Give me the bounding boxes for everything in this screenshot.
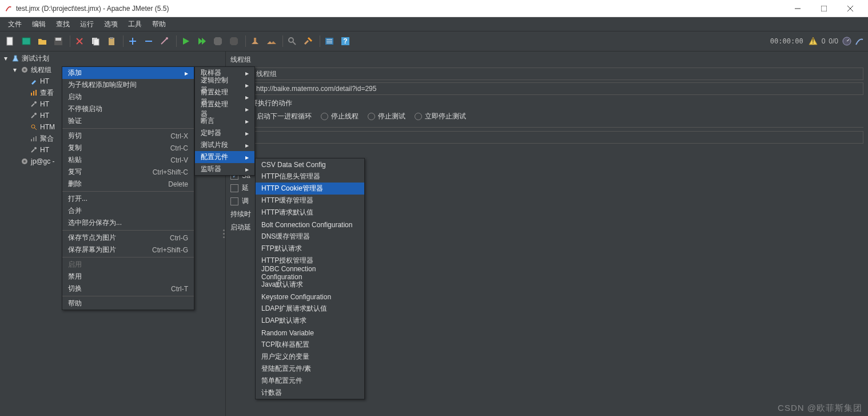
menu-file[interactable]: 文件 xyxy=(3,18,26,30)
ctx-start[interactable]: 启动 xyxy=(62,91,194,103)
delay-checkbox[interactable] xyxy=(230,184,238,192)
cut-button[interactable] xyxy=(73,34,86,48)
tree-root[interactable]: ▾ 测试计划 xyxy=(0,53,222,64)
submenu-item[interactable]: Bolt Connection Configuration xyxy=(256,219,364,231)
templates-button[interactable] xyxy=(19,34,33,48)
svg-rect-39 xyxy=(31,139,32,141)
panel-header: 线程组 xyxy=(230,54,863,65)
ctx-duplicate[interactable]: 复写Ctrl+Shift-C xyxy=(62,166,194,178)
ctx-disable[interactable]: 禁用 xyxy=(62,271,194,283)
menu-edit[interactable]: 编辑 xyxy=(27,18,50,30)
ctx-save-selection[interactable]: 选中部分保存为... xyxy=(62,217,194,229)
ctx-enable[interactable]: 启用 xyxy=(62,259,194,271)
magnifier-icon xyxy=(29,122,38,132)
submenu-item[interactable]: 监听器 xyxy=(195,163,254,175)
new-button[interactable] xyxy=(3,34,17,48)
elapsed-timer: 00:00:00 xyxy=(770,37,803,45)
expand-button[interactable] xyxy=(126,34,140,48)
ctx-open[interactable]: 打开... xyxy=(62,193,194,205)
svg-rect-1 xyxy=(821,6,827,11)
menu-run[interactable]: 运行 xyxy=(75,18,98,30)
ctx-copy[interactable]: 复制Ctrl-C xyxy=(62,142,194,154)
toggle-button[interactable] xyxy=(158,34,172,48)
ctx-add-response-time[interactable]: 为子线程添加响应时间 xyxy=(62,79,194,91)
submenu-item[interactable]: TCP取样器配置 xyxy=(256,339,364,351)
submenu-item[interactable]: 后置处理器 xyxy=(195,103,254,115)
radio-stop-thread[interactable]: 停止线程 xyxy=(321,112,359,121)
menu-search[interactable]: 查找 xyxy=(51,18,74,30)
ctx-add[interactable]: 添加 xyxy=(62,67,194,79)
radio-stop-now[interactable]: 立即停止测试 xyxy=(415,112,466,121)
error-count: 0 xyxy=(822,37,826,45)
name-field[interactable]: 线程组 xyxy=(252,68,863,80)
submenu-item[interactable]: FTP默认请求 xyxy=(256,243,364,255)
scheduler-checkbox[interactable] xyxy=(230,197,238,205)
ctx-save-node-image[interactable]: 保存节点为图片Ctrl-G xyxy=(62,232,194,244)
threads-input[interactable] xyxy=(230,131,863,144)
svg-line-38 xyxy=(34,128,37,130)
reset-search-button[interactable] xyxy=(301,34,315,48)
flask-icon xyxy=(11,54,20,63)
menu-options[interactable]: 选项 xyxy=(99,18,122,30)
help-button[interactable]: ? xyxy=(339,34,352,48)
copy-button[interactable] xyxy=(89,34,102,48)
ctx-validate[interactable]: 验证 xyxy=(62,115,194,127)
submenu-item[interactable]: CSV Data Set Config xyxy=(256,159,364,171)
submenu-item[interactable]: HTTP Cookie管理器 xyxy=(256,183,364,195)
ctx-start-nopause[interactable]: 不停顿启动 xyxy=(62,103,194,115)
submenu-item[interactable]: Random Variable xyxy=(256,327,364,339)
submenu-item[interactable]: HTTP信息头管理器 xyxy=(256,171,364,183)
radio-next-loop[interactable]: 启动下一进程循环 xyxy=(246,112,312,121)
submenu-item[interactable]: 定时器 xyxy=(195,127,254,139)
ctx-cut[interactable]: 剪切Ctrl-X xyxy=(62,130,194,142)
clear-all-button[interactable] xyxy=(264,34,278,48)
collapse-button[interactable] xyxy=(142,34,156,48)
submenu-item[interactable]: 计数器 xyxy=(256,387,364,399)
submenu-item[interactable]: HTTP缓存管理器 xyxy=(256,195,364,207)
warning-icon[interactable]: ! xyxy=(808,36,818,46)
comment-field[interactable]: http://baike.matemro.com/detail?id=295 xyxy=(252,82,863,95)
menu-tools[interactable]: 工具 xyxy=(124,18,146,30)
thread-counter: 0/0 xyxy=(829,37,838,45)
pipette-icon xyxy=(29,77,38,86)
paste-button[interactable] xyxy=(105,34,118,48)
ctx-save-screen-image[interactable]: 保存屏幕为图片Ctrl+Shift-G xyxy=(62,244,194,256)
menu-help[interactable]: 帮助 xyxy=(148,18,170,30)
open-button[interactable] xyxy=(35,34,49,48)
close-button[interactable] xyxy=(837,1,863,17)
ctx-delete[interactable]: 删除Delete xyxy=(62,178,194,190)
submenu-item[interactable]: DNS缓存管理器 xyxy=(256,231,364,243)
svg-point-31 xyxy=(23,69,26,71)
stop-button[interactable] xyxy=(211,34,225,48)
submenu-item[interactable]: 配置元件 xyxy=(195,151,254,163)
shutdown-button[interactable] xyxy=(227,34,241,48)
minimize-button[interactable] xyxy=(785,1,811,17)
svg-point-36 xyxy=(34,113,37,115)
gauge-icon[interactable] xyxy=(842,36,852,46)
clear-button[interactable] xyxy=(248,34,262,48)
submenu-item[interactable]: 用户定义的变量 xyxy=(256,351,364,363)
submenu-item[interactable]: LDAP扩展请求默认值 xyxy=(256,303,364,315)
save-button[interactable] xyxy=(51,34,65,48)
ctx-toggle[interactable]: 切换Ctrl-T xyxy=(62,283,194,295)
submenu-item[interactable]: JDBC Connection Configuration xyxy=(256,267,364,279)
submenu-item[interactable]: LDAP默认请求 xyxy=(256,315,364,327)
run-button[interactable] xyxy=(179,34,193,48)
function-helper-button[interactable] xyxy=(322,34,336,48)
submenu-item[interactable]: 测试片段 xyxy=(195,139,254,151)
ctx-paste[interactable]: 粘贴Ctrl-V xyxy=(62,154,194,166)
window-title: test.jmx (D:\project\test.jmx) - Apache … xyxy=(16,5,785,13)
radio-stop-test[interactable]: 停止测试 xyxy=(368,112,405,121)
ctx-merge[interactable]: 合并 xyxy=(62,205,194,217)
submenu-item[interactable]: HTTP请求默认值 xyxy=(256,207,364,219)
submenu-item[interactable]: 登陆配置元件/素 xyxy=(256,363,364,375)
feather-icon[interactable] xyxy=(854,36,865,46)
ctx-help[interactable]: 帮助 xyxy=(62,298,194,310)
bars-icon xyxy=(29,134,38,143)
search-button[interactable] xyxy=(285,34,299,48)
maximize-button[interactable] xyxy=(811,1,837,17)
submenu-item[interactable]: Keystore Configuration xyxy=(256,291,364,303)
submenu-item[interactable]: 简单配置元件 xyxy=(256,375,364,387)
run-nopause-button[interactable] xyxy=(195,34,209,48)
watermark: CSDN @欧菲斯集团 xyxy=(778,403,862,414)
